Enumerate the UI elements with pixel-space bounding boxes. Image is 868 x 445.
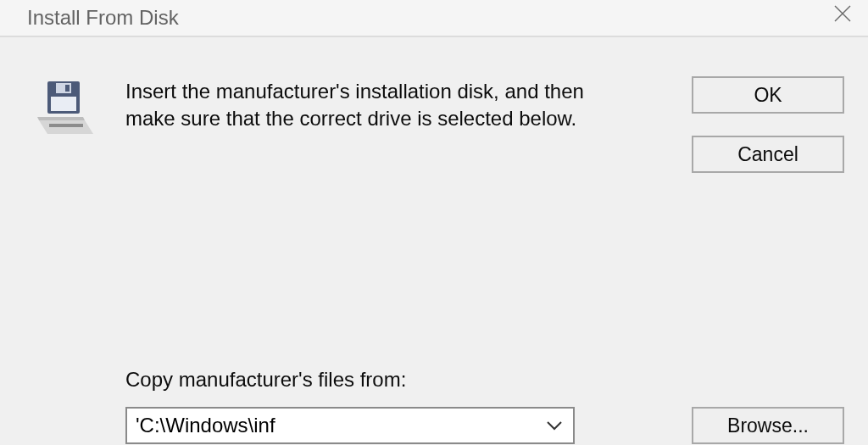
cancel-button[interactable]: Cancel (692, 136, 844, 173)
svg-rect-4 (65, 85, 70, 92)
chevron-down-icon[interactable] (536, 409, 573, 442)
floppy-disk-icon (37, 80, 95, 137)
svg-marker-7 (37, 117, 85, 120)
dialog-content: Insert the manufacturer's installation d… (0, 37, 868, 445)
copy-from-label: Copy manufacturer's files from: (125, 368, 406, 392)
browse-button[interactable]: Browse... (692, 407, 844, 444)
ok-button[interactable]: OK (692, 76, 844, 114)
source-path-combobox[interactable] (125, 407, 575, 444)
title-bar: Install From Disk (0, 0, 868, 37)
source-path-input[interactable] (127, 409, 536, 442)
close-icon[interactable] (829, 1, 856, 28)
instruction-text: Insert the manufacturer's installation d… (125, 78, 600, 133)
svg-rect-8 (49, 124, 83, 127)
window-title: Install From Disk (27, 6, 179, 30)
svg-rect-5 (51, 97, 76, 111)
